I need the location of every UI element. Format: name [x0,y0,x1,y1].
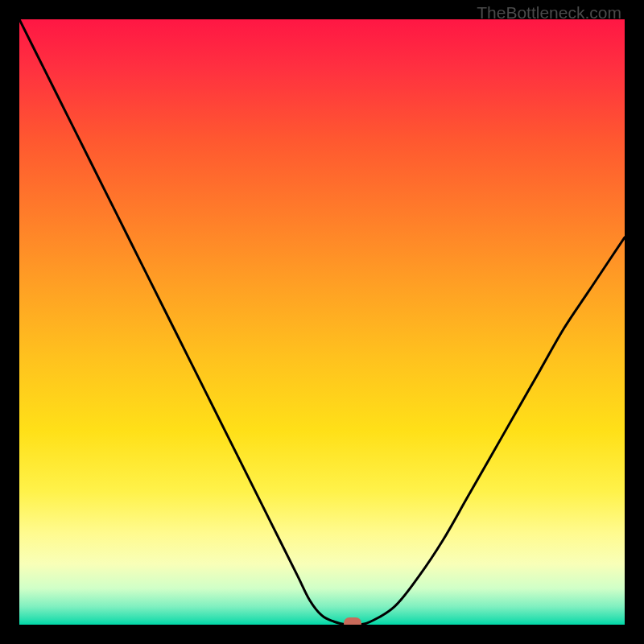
bottleneck-marker [344,617,361,625]
chart-container: TheBottleneck.com [0,0,644,644]
watermark-text: TheBottleneck.com [477,3,621,23]
plot-area [19,19,625,625]
bottleneck-curve [19,19,625,625]
